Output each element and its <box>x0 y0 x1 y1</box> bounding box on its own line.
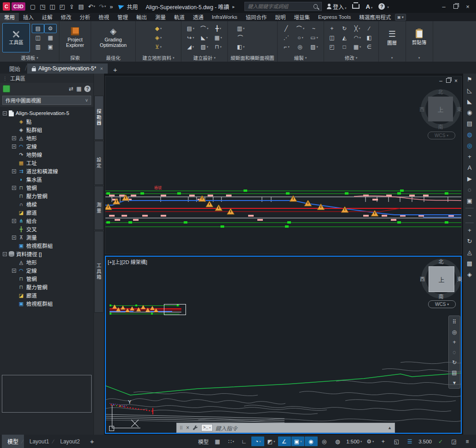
design-tool-button[interactable]: ⊓▾ <box>211 42 225 52</box>
ribbon-tab[interactable]: InfraWorks <box>208 13 241 21</box>
viewcube[interactable]: 上 北 南 西 東 <box>421 89 460 129</box>
layers-button[interactable]: ☰ 圖層 <box>381 23 403 52</box>
close-button[interactable]: × <box>462 2 473 11</box>
draw-tool-button[interactable]: ◎ <box>294 42 308 52</box>
layer-grid-icon[interactable]: ▤ <box>467 120 472 127</box>
point-select-icon[interactable]: ▶ <box>467 175 472 183</box>
tree-toggle-icon[interactable]: − <box>3 252 7 256</box>
ribbon-tab[interactable]: 插入 <box>19 13 38 21</box>
new-drawing-tab-button[interactable]: + <box>111 66 119 74</box>
modify-tool-button[interactable]: □ <box>339 42 351 52</box>
panel-label-modify[interactable]: 修改▾ <box>324 54 378 62</box>
save-as-icon[interactable]: ◰ <box>58 3 67 11</box>
command-line-grip-icon[interactable]: ⠿ <box>180 425 183 431</box>
toolspace-help-icon[interactable]: ? <box>84 86 91 92</box>
modify-tool-button[interactable]: ∕ <box>364 24 376 33</box>
ground-data-tool-button[interactable]: ◈▾ <box>138 33 179 42</box>
modify-tool-button[interactable]: ◰ <box>326 42 339 52</box>
etransmit-icon[interactable]: ⇪ <box>68 3 76 11</box>
draw-tool-button[interactable]: ○▾ <box>294 33 308 42</box>
toolspace-button[interactable]: 工具區 <box>2 23 30 52</box>
pan-tool-icon[interactable]: + <box>468 226 471 234</box>
zoom-icon[interactable]: ◌ <box>449 348 460 356</box>
ribbon-tab[interactable]: 協同合作 <box>241 13 271 21</box>
toolspace-tab-prospector[interactable]: 探勘器 <box>94 96 104 140</box>
command-prompt-icon[interactable]: >_ <box>201 424 212 431</box>
tree-toggle-icon[interactable]: + <box>12 144 16 149</box>
panel-label-draw[interactable]: 繪製▾ <box>278 54 324 62</box>
toolspace-tab-settings[interactable]: 設定 <box>94 141 104 185</box>
draw-tool-button[interactable]: ▭▾ <box>308 33 321 42</box>
ribbon-tab[interactable]: 常用 <box>0 13 19 21</box>
ribbon-tab[interactable]: 分析 <box>75 13 94 21</box>
steering-wheel-icon[interactable]: ◎ <box>449 327 460 336</box>
app-logo[interactable]: C <box>3 2 10 11</box>
file-tab-document[interactable]: Align-Superelevation-5* × <box>27 63 108 74</box>
toolspace-tab-toolbox[interactable]: 工具箱 <box>94 231 104 313</box>
doc-minimize-icon[interactable]: – <box>439 78 442 84</box>
new-file-icon[interactable]: ▢ <box>29 3 37 11</box>
clean-screen-icon[interactable]: ◲ <box>448 437 461 446</box>
elevation-value[interactable]: 3.500 <box>417 437 434 446</box>
tree-item-drawing-root[interactable]: − Align-Superelevation-5 <box>0 109 93 117</box>
annotation-visibility-icon[interactable]: ◉ <box>305 437 318 446</box>
plot-icon[interactable]: ▤ <box>77 3 86 11</box>
palette-tool-button[interactable]: ▦ <box>44 33 57 42</box>
viewport-bottom-active[interactable]: [+][上][2D 線架構] 上 北 南 西 東 WCS <box>105 256 462 434</box>
share-button[interactable]: 共用 <box>127 3 138 11</box>
share-icon[interactable] <box>118 3 125 9</box>
app-store-cart-icon[interactable] <box>352 4 360 9</box>
annotation-scale-icon[interactable]: ◍ <box>331 437 344 446</box>
frame-tool-icon[interactable]: ▣ <box>467 197 472 205</box>
cogo-point-icon[interactable]: + <box>468 153 471 161</box>
design-tool-button[interactable]: ↪▾ <box>184 33 197 42</box>
save-icon[interactable]: ◫ <box>48 3 57 11</box>
draw-tool-button[interactable]: ╱ <box>280 24 294 33</box>
search-icon[interactable] <box>313 4 318 9</box>
surface-tool-icon[interactable]: ◬ <box>467 248 472 256</box>
tree-item-turnouts-crossovers[interactable]: + ⇉ 道岔和橫渡線 <box>0 167 93 175</box>
palette-tool-button[interactable]: ⚙ <box>44 24 57 33</box>
ribbon-tab[interactable]: 檢視 <box>94 13 113 21</box>
new-layout-button[interactable]: + <box>85 437 99 445</box>
annotation-autoscale-icon[interactable]: ◎ <box>318 437 331 446</box>
modify-tool-button[interactable]: ◧ <box>364 33 376 42</box>
tree-item-pipe-networks[interactable]: + ⊓ 管網 <box>0 184 93 192</box>
workspace-gear-icon[interactable]: ⚙ ▾ <box>364 437 377 446</box>
panel-label-clipboard[interactable]: ▾ <box>406 54 433 62</box>
modify-tool-button[interactable]: ◫ <box>326 33 339 42</box>
eye-tool-icon[interactable]: ◉ <box>467 109 472 116</box>
tree-item-view-frame-groups[interactable]: ▣ 檢視框群組 <box>0 241 93 250</box>
ribbon-tab[interactable]: Express Tools <box>314 13 355 21</box>
minimize-button[interactable]: – <box>438 2 449 11</box>
object-snap-tracking-icon[interactable]: ∠ <box>278 437 291 446</box>
profile-view-tool-button[interactable]: ◧▾ <box>230 42 251 52</box>
draw-tool-button[interactable]: ⌐▾ <box>280 42 294 52</box>
ribbon-tab[interactable]: 透通 <box>189 13 208 21</box>
wcs-dropdown[interactable]: WCS <box>428 300 456 308</box>
viewcube[interactable]: 上 北 南 西 東 <box>421 259 461 299</box>
tree-toggle-icon[interactable]: + <box>12 136 16 140</box>
help-icon[interactable]: ? <box>378 3 385 10</box>
isometric-drafting-icon[interactable]: ◩ ▾ <box>265 437 278 446</box>
isolate-objects-icon[interactable]: ◱ <box>390 437 403 446</box>
modify-tool-button[interactable]: ◭ <box>339 33 351 42</box>
tree-toggle-icon[interactable]: + <box>12 219 16 223</box>
view-selector-dropdown[interactable]: 作用中圖面視圖 <box>2 96 91 105</box>
ground-data-tool-button[interactable]: ⊻▾ <box>138 42 179 52</box>
command-line-close-icon[interactable]: × <box>186 425 189 431</box>
palette-tool-button[interactable]: ▤ <box>32 24 44 33</box>
doc-close-icon[interactable]: × <box>454 78 458 84</box>
signin-button[interactable]: 登入 <box>333 3 347 11</box>
palette-tool-button[interactable]: ▣ <box>44 42 57 52</box>
tab-layout2[interactable]: Layout2 <box>55 435 86 448</box>
tree-item-sites[interactable]: ▦ 工址 <box>0 159 93 167</box>
orbit-tool-icon[interactable]: ↻ <box>467 237 472 245</box>
customization-menu-icon[interactable]: ≡ <box>461 437 474 446</box>
design-tool-button[interactable]: ⌒▾ <box>197 24 211 33</box>
point-zoom-icon[interactable]: ◌ <box>468 186 471 194</box>
toolbar-separator[interactable] <box>465 208 474 208</box>
ribbon-tab[interactable]: 註解 <box>38 13 57 21</box>
tab-layout1[interactable]: Layout1 <box>24 435 55 448</box>
tree-item-corridors[interactable]: ◪ 廊道 <box>0 208 93 217</box>
